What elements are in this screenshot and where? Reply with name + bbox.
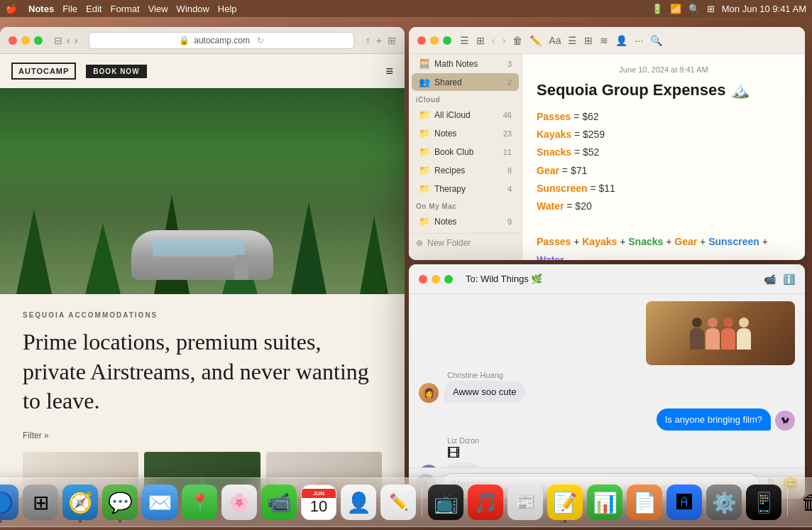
- local-notes-icon: 📁: [419, 216, 430, 227]
- account-icon[interactable]: 👤: [615, 35, 627, 46]
- messages-maximize-button[interactable]: [444, 275, 453, 283]
- menu-view[interactable]: View: [148, 4, 168, 14]
- recipes-label: Recipes: [434, 166, 503, 175]
- dock-sysprefs[interactable]: ⚙️: [706, 485, 742, 520]
- table-icon[interactable]: ⊞: [584, 35, 593, 46]
- local-notes-folder[interactable]: 📁 Notes 9: [412, 212, 519, 230]
- notes-nav-forward-icon[interactable]: ›: [503, 35, 506, 46]
- dock-trash[interactable]: 🗑: [794, 485, 812, 520]
- dock-messages[interactable]: 💬: [102, 485, 138, 520]
- chart-icon[interactable]: ≋: [600, 35, 608, 46]
- forward-icon[interactable]: ›: [75, 35, 78, 46]
- facetime-icon[interactable]: 📹: [764, 274, 776, 285]
- messages-minimize-button[interactable]: [432, 275, 440, 283]
- notes-nav-back-icon[interactable]: ‹: [492, 35, 495, 46]
- dock-iphone[interactable]: 📱: [746, 485, 781, 520]
- to-label: To:: [466, 274, 478, 284]
- wifi-icon: 📶: [670, 4, 681, 14]
- all-icloud-folder[interactable]: 📁 All iCloud 46: [412, 106, 519, 124]
- dock-mail[interactable]: ✉️: [142, 485, 177, 520]
- finder-icon: 🔵: [0, 491, 13, 514]
- app-name[interactable]: Notes: [28, 4, 54, 14]
- dock-safari[interactable]: 🧭: [62, 485, 98, 520]
- dock-contacts[interactable]: 👤: [341, 485, 376, 520]
- pages-icon: 📄: [632, 491, 657, 514]
- math-notes-item[interactable]: 🧮 Math Notes 3: [412, 55, 519, 72]
- menu-format[interactable]: Format: [110, 4, 139, 14]
- dock-music[interactable]: 🎵: [468, 485, 503, 520]
- compose-icon[interactable]: ✏️: [530, 35, 542, 46]
- photo-message: [419, 301, 795, 365]
- minimize-button[interactable]: [21, 36, 30, 45]
- browser-actions: ↑ + ⊞: [366, 35, 396, 46]
- book-now-button[interactable]: BOOK NOW: [86, 65, 146, 78]
- all-icloud-label: All iCloud: [434, 110, 499, 120]
- mail-icon: ✉️: [148, 491, 172, 514]
- notes-close-button[interactable]: [417, 36, 426, 45]
- reading-list-icon[interactable]: ⊞: [388, 35, 396, 46]
- notes-maximize-button[interactable]: [443, 36, 451, 45]
- recipes-folder[interactable]: 📁 Recipes 8: [412, 161, 519, 179]
- self-avatar: 🐿: [775, 411, 795, 431]
- menu-help[interactable]: Help: [218, 4, 237, 14]
- therapy-folder[interactable]: 📁 Therapy 4: [412, 180, 519, 198]
- dock-pages[interactable]: 📄: [627, 485, 662, 520]
- search-icon[interactable]: 🔍: [688, 4, 700, 14]
- appstore-icon: 🅰: [676, 493, 692, 512]
- dock-news[interactable]: 📰: [508, 485, 543, 520]
- notes-titlebar: ☰ ⊞ ‹ › 🗑 ✏️ Aa ☰ ⊞ ≋ 👤 ··· 🔍: [409, 27, 805, 54]
- control-center-icon[interactable]: ⊞: [707, 4, 715, 14]
- shared-folder-item[interactable]: 👥 Shared 2: [412, 73, 519, 91]
- messages-close-button[interactable]: [419, 275, 427, 283]
- dock-facetime[interactable]: 📹: [261, 485, 297, 520]
- menu-window[interactable]: Window: [177, 4, 209, 14]
- back-icon[interactable]: ‹: [67, 35, 70, 46]
- dock-calendar[interactable]: JUN 10: [301, 485, 336, 520]
- share-icon[interactable]: ↑: [366, 35, 371, 46]
- browser-url-bar[interactable]: 🔒 autocamp.com ↻: [89, 32, 353, 49]
- dock-freeform[interactable]: ✏️: [380, 485, 416, 520]
- maximize-button[interactable]: [34, 36, 43, 45]
- messages-icon: 💬: [108, 491, 133, 514]
- dock-numbers[interactable]: 📊: [587, 485, 622, 520]
- dock-finder[interactable]: 🔵: [0, 485, 18, 520]
- menu-file[interactable]: File: [62, 4, 77, 14]
- person-1: [690, 318, 704, 350]
- new-tab-icon[interactable]: +: [376, 35, 382, 46]
- apple-menu[interactable]: 🍎: [6, 4, 17, 14]
- local-notes-label: Notes: [434, 217, 503, 227]
- close-button[interactable]: [9, 36, 17, 45]
- sidebar-toggle-icon[interactable]: ⊟: [54, 35, 62, 46]
- calendar-day: 10: [310, 498, 327, 515]
- checklist-icon[interactable]: ☰: [568, 35, 577, 46]
- book-club-folder[interactable]: 📁 Book Club 11: [412, 143, 519, 161]
- dock-launchpad[interactable]: ⊞: [23, 485, 58, 520]
- christine-bubble-wrap: Christine Huang Awww soo cute: [444, 371, 525, 403]
- dock-separator: [422, 488, 422, 517]
- book-club-count: 11: [503, 148, 512, 156]
- filter-bar[interactable]: Filter »: [23, 431, 382, 440]
- font-icon[interactable]: Aa: [549, 35, 561, 46]
- delete-icon[interactable]: 🗑: [512, 35, 522, 46]
- dock-maps[interactable]: 📍: [182, 485, 217, 520]
- filter-label[interactable]: Filter »: [23, 431, 49, 440]
- new-folder-button[interactable]: ⊕ New Folder: [409, 233, 522, 252]
- notes-folder-icon: 📁: [419, 128, 430, 139]
- menu-edit[interactable]: Edit: [86, 4, 102, 14]
- search-notes-icon[interactable]: 🔍: [650, 35, 662, 46]
- notes-folder-item[interactable]: 📁 Notes 23: [412, 124, 519, 142]
- reload-icon[interactable]: ↻: [257, 36, 264, 45]
- dock-appstore[interactable]: 🅰: [666, 485, 702, 520]
- dock-photos[interactable]: 🌸: [221, 485, 257, 520]
- autocamp-logo: AUTOCAMP: [11, 63, 76, 80]
- notes-minimize-button[interactable]: [430, 36, 439, 45]
- messages-window: To: Wild Things 🌿 📹 ℹ️: [409, 264, 805, 499]
- dock-notes[interactable]: 📝: [547, 485, 583, 520]
- grid-view-icon[interactable]: ⊞: [476, 35, 485, 46]
- dock-tv[interactable]: 📺: [428, 485, 463, 520]
- sidebar-view-icon[interactable]: ☰: [460, 35, 469, 46]
- info-icon[interactable]: ℹ️: [783, 274, 795, 285]
- more-icon[interactable]: ···: [635, 35, 643, 46]
- hamburger-menu-icon[interactable]: ≡: [385, 64, 393, 79]
- math-notes-label: Math Notes: [434, 59, 503, 69]
